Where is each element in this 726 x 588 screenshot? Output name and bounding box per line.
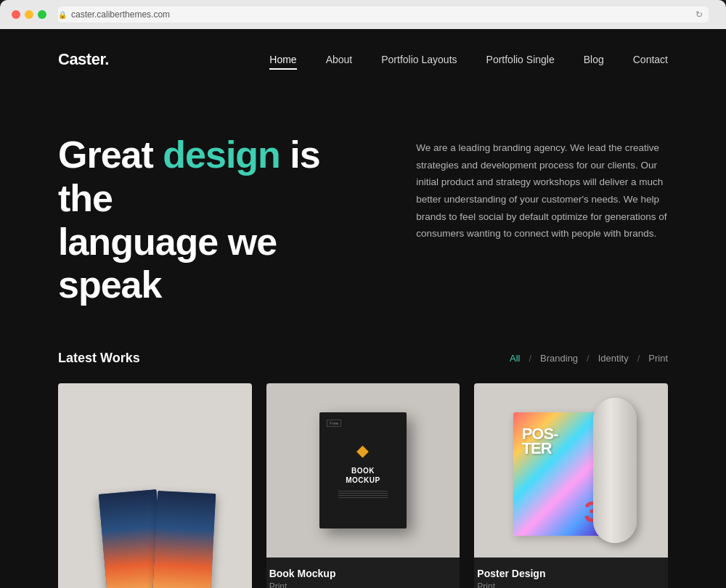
book-lines: [338, 489, 387, 499]
card-book-info: Book Mockup Print: [266, 558, 460, 588]
website: Caster. Home About Portfolio Layouts Por…: [0, 29, 726, 588]
filter-identity[interactable]: Identity: [598, 353, 629, 364]
filter-sep-2: /: [587, 353, 590, 364]
book-badge: Free: [327, 420, 341, 427]
card-book-image: Free ◆ BOOKMOCKUP: [266, 383, 460, 558]
lock-icon: 🔒: [58, 11, 67, 19]
poster-flat-text: POS-TER: [522, 427, 558, 456]
portfolio-card-brochure[interactable]: PIXBROCHURE PIXBROCHURE: [58, 383, 252, 588]
portfolio-title: Latest Works: [58, 351, 140, 366]
book-diamond-icon: ◆: [356, 441, 369, 460]
address-bar[interactable]: 🔒 caster.caliberthemes.com ↻: [58, 7, 709, 23]
hero-left: Great design is thelanguage we speak: [58, 134, 372, 307]
filter-sep-3: /: [637, 353, 640, 364]
book-title-text: BOOKMOCKUP: [346, 466, 380, 485]
portfolio-card-poster[interactable]: POS-TER 3 Poster Design Print: [474, 383, 668, 588]
portfolio-filters: All / Branding / Identity / Print: [510, 353, 668, 364]
logo[interactable]: Caster.: [58, 50, 109, 69]
nav-link-about[interactable]: About: [326, 54, 353, 65]
poster-rolled: [593, 398, 637, 543]
refresh-icon[interactable]: ↻: [696, 9, 703, 20]
portfolio-grid: PIXBROCHURE PIXBROCHURE Free ◆ BOO: [58, 383, 668, 588]
navigation: Caster. Home About Portfolio Layouts Por…: [0, 29, 726, 90]
book-mockup: Free ◆ BOOKMOCKUP: [319, 412, 407, 528]
hero-title: Great design is thelanguage we speak: [58, 134, 372, 307]
portfolio-section: Latest Works All / Branding / Identity /…: [0, 336, 726, 588]
nav-link-contact[interactable]: Contact: [633, 54, 668, 65]
minimize-button[interactable]: [25, 10, 33, 19]
card-brochure-image: PIXBROCHURE PIXBROCHURE: [58, 383, 252, 588]
hero-right: We are a leading branding agency. We lea…: [416, 134, 668, 242]
brochure-mockup: PIXBROCHURE PIXBROCHURE: [97, 383, 213, 588]
url-text: caster.caliberthemes.com: [71, 9, 170, 20]
nav-link-portfolio-single[interactable]: Portfolio Single: [486, 54, 555, 65]
poster-mockup: POS-TER 3: [506, 398, 637, 543]
filter-sep-1: /: [529, 353, 531, 364]
nav-link-blog[interactable]: Blog: [584, 54, 604, 65]
filter-branding[interactable]: Branding: [540, 353, 578, 364]
brochure-right-panel: PIXBROCHURE: [152, 491, 216, 588]
browser-chrome: 🔒 caster.caliberthemes.com ↻: [0, 0, 726, 29]
maximize-button[interactable]: [38, 10, 46, 19]
card-book-category: Print: [269, 581, 457, 588]
portfolio-header: Latest Works All / Branding / Identity /…: [58, 351, 668, 366]
hero-title-before: Great: [58, 134, 163, 176]
card-book-title: Book Mockup: [269, 568, 457, 579]
hero-description: We are a leading branding agency. We lea…: [416, 139, 668, 242]
close-button[interactable]: [12, 10, 20, 19]
nav-link-portfolio-layouts[interactable]: Portfolio Layouts: [381, 54, 457, 65]
filter-print[interactable]: Print: [648, 353, 668, 364]
nav-links: Home About Portfolio Layouts Portfolio S…: [269, 54, 668, 65]
card-poster-title: Poster Design: [477, 568, 665, 579]
hero-section: Great design is thelanguage we speak We …: [0, 90, 726, 336]
card-poster-category: Print: [477, 581, 665, 588]
hero-title-highlight: design: [163, 134, 280, 176]
card-poster-image: POS-TER 3: [474, 383, 668, 558]
portfolio-card-book[interactable]: Free ◆ BOOKMOCKUP Book Mockup Print: [266, 383, 460, 588]
filter-all[interactable]: All: [510, 353, 520, 364]
card-poster-info: Poster Design Print: [474, 558, 668, 588]
nav-link-home[interactable]: Home: [269, 54, 296, 65]
traffic-lights: [12, 10, 46, 19]
